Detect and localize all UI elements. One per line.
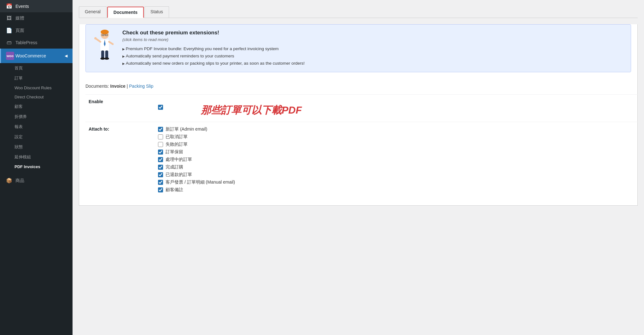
svg-point-12	[100, 57, 105, 60]
sidebar-sub-label-woo-discount: Woo Discount Rules	[15, 85, 52, 90]
promo-item-2[interactable]: Automatically send new orders or packing…	[122, 60, 305, 67]
sidebar-label-woocommerce: WooCommerce	[15, 53, 46, 58]
attach-checkbox-refunded[interactable]	[158, 172, 163, 177]
sidebar-sub-label-direct-checkout: Direct Checkout	[15, 95, 44, 99]
sidebar-sub-direct-checkout[interactable]: Direct Checkout	[0, 92, 73, 102]
sidebar-sub-label-extensions: 延伸模組	[15, 155, 31, 159]
promo-item-0[interactable]: Premium PDF Invoice bundle: Everything y…	[122, 45, 305, 52]
attach-option-customer-invoice: 客戶發票 / 訂單明細 (Manual email)	[158, 179, 641, 185]
sidebar-item-products[interactable]: 📦 商品	[0, 174, 73, 187]
attach-checkbox-customer-note[interactable]	[158, 187, 163, 192]
attach-options: 新訂單 (Admin email)已取消訂單失敗的訂單訂單保留處理中的訂單完成訂…	[158, 126, 641, 193]
sidebar-label-media: 媒體	[15, 15, 24, 21]
woo-collapse-icon: ◀	[65, 54, 67, 58]
sidebar-sub-label-settings: 設定	[15, 134, 23, 139]
sidebar-sub-label-orders: 訂單	[15, 76, 23, 80]
enable-checkbox[interactable]	[158, 105, 163, 110]
attach-checkbox-failed[interactable]	[158, 142, 163, 147]
attach-label-refunded: 已退款的訂單	[166, 172, 192, 178]
sidebar-item-media[interactable]: 🖼 媒體	[0, 12, 73, 24]
settings-table: Enable 那些訂單可以下載PDF Attach to: 新訂單 (Admin	[85, 94, 644, 199]
sidebar: 📅 Events 🖼 媒體 📄 頁面 🗃 TablePress woo WooC…	[0, 0, 73, 335]
sidebar-sub-label-reports: 報表	[15, 124, 23, 129]
svg-rect-10	[101, 50, 104, 59]
attach-to-row: Attach to: 新訂單 (Admin email)已取消訂單失敗的訂單訂單…	[85, 122, 644, 199]
sidebar-label-tablepress: TablePress	[15, 40, 37, 45]
sidebar-sub-label-customers: 顧客	[15, 104, 23, 109]
enable-label-cell: Enable	[85, 95, 155, 122]
sidebar-item-events[interactable]: 📅 Events	[0, 0, 73, 12]
promo-item-1[interactable]: Automatically send payment reminders to …	[122, 52, 305, 60]
sidebar-label-pages: 頁面	[15, 28, 24, 33]
enable-row: Enable 那些訂單可以下載PDF	[85, 95, 644, 122]
tab-documents[interactable]: Documents	[107, 7, 144, 18]
svg-rect-11	[105, 50, 108, 59]
attach-label-processing: 處理中的訂單	[166, 157, 192, 162]
tab-bar: General Documents Status	[79, 6, 638, 18]
sidebar-sub-status[interactable]: 狀態	[0, 142, 73, 152]
tablepress-icon: 🗃	[6, 40, 12, 45]
promo-figure	[92, 30, 117, 65]
svg-point-8	[94, 37, 97, 39]
attach-label-customer-note: 顧客備註	[166, 187, 183, 193]
enable-value-cell: 那些訂單可以下載PDF	[155, 95, 644, 122]
attach-label-cancelled: 已取消訂單	[166, 134, 188, 140]
attach-label-new-order: 新訂單 (Admin email)	[166, 126, 207, 132]
promo-subtitle: (click items to read more)	[122, 37, 305, 42]
media-icon: 🖼	[6, 15, 12, 21]
attach-checkbox-cancelled[interactable]	[158, 134, 163, 139]
sidebar-sub-label-pdf-invoices: PDF Invoices	[15, 164, 40, 169]
sidebar-sub-customers[interactable]: 顧客	[0, 102, 73, 112]
svg-line-9	[109, 42, 113, 44]
sidebar-sub-woo-discount[interactable]: Woo Discount Rules	[0, 83, 73, 92]
attach-option-customer-note: 顧客備註	[158, 187, 641, 193]
products-icon: 📦	[6, 178, 12, 184]
promo-box: Check out these premium extensions! (cli…	[85, 24, 631, 72]
promo-list: Premium PDF Invoice bundle: Everything y…	[122, 45, 305, 67]
pages-icon: 📄	[6, 27, 12, 33]
sidebar-sub-orders[interactable]: 訂單	[0, 73, 73, 83]
attach-label-failed: 失敗的訂單	[166, 142, 188, 147]
tab-general[interactable]: General	[79, 6, 107, 18]
attach-option-refunded: 已退款的訂單	[158, 172, 641, 178]
sidebar-sub-settings[interactable]: 設定	[0, 132, 73, 142]
attach-checkbox-customer-invoice[interactable]	[158, 180, 163, 185]
sidebar-sub-label-coupons: 折價券	[15, 114, 27, 119]
sidebar-label-events: Events	[15, 4, 29, 9]
sidebar-item-woocommerce[interactable]: woo WooCommerce ◀	[0, 49, 73, 63]
documents-label: Documents:	[85, 84, 109, 89]
attach-to-options-cell: 新訂單 (Admin email)已取消訂單失敗的訂單訂單保留處理中的訂單完成訂…	[155, 122, 644, 199]
attach-option-processing: 處理中的訂單	[158, 157, 641, 162]
sidebar-label-products: 商品	[15, 178, 24, 184]
promo-illustration	[92, 30, 117, 64]
tab-status[interactable]: Status	[144, 6, 169, 18]
attach-checkbox-completed[interactable]	[158, 165, 163, 170]
invoice-label: Invoice	[110, 84, 126, 89]
promo-text: Check out these premium extensions! (cli…	[122, 30, 305, 67]
sidebar-sub-reports[interactable]: 報表	[0, 122, 73, 132]
panel: Check out these premium extensions! (cli…	[79, 24, 638, 206]
attach-option-completed: 完成訂購	[158, 164, 641, 170]
attach-label-on-hold: 訂單保留	[166, 149, 183, 155]
svg-point-13	[104, 57, 109, 60]
events-icon: 📅	[6, 3, 12, 9]
sidebar-item-tablepress[interactable]: 🗃 TablePress	[0, 37, 73, 49]
sidebar-item-pages[interactable]: 📄 頁面	[0, 24, 73, 37]
documents-line: Documents: Invoice | Packing Slip	[79, 79, 637, 91]
sidebar-sub-home[interactable]: 首頁	[0, 63, 73, 73]
attach-checkbox-on-hold[interactable]	[158, 150, 163, 155]
attach-to-label-cell: Attach to:	[85, 122, 155, 199]
attach-option-on-hold: 訂單保留	[158, 149, 641, 155]
attach-option-cancelled: 已取消訂單	[158, 134, 641, 140]
annotation-text: 那些訂單可以下載PDF	[201, 103, 302, 117]
attach-option-failed: 失敗的訂單	[158, 142, 641, 147]
promo-title: Check out these premium extensions!	[122, 30, 305, 36]
attach-checkbox-processing[interactable]	[158, 157, 163, 162]
attach-checkbox-new-order[interactable]	[158, 127, 163, 132]
attach-label-completed: 完成訂購	[166, 164, 183, 170]
woo-icon: woo	[6, 52, 12, 60]
sidebar-sub-coupons[interactable]: 折價券	[0, 112, 73, 122]
sidebar-sub-pdf-invoices[interactable]: PDF Invoices	[0, 162, 73, 171]
packing-slip-link[interactable]: Packing Slip	[129, 84, 153, 89]
sidebar-sub-extensions[interactable]: 延伸模組	[0, 152, 73, 162]
